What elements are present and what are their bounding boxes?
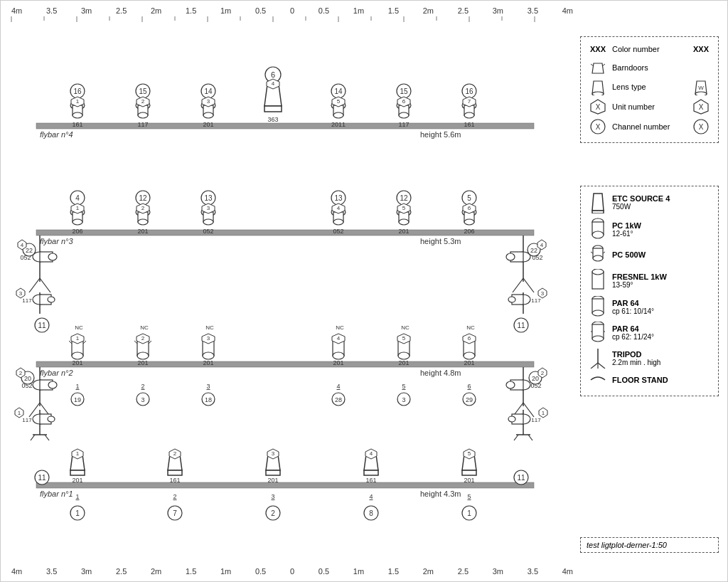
svg-text:NC: NC — [75, 324, 83, 331]
legend-color-row: XXX Color number XXX — [587, 41, 712, 57]
svg-text:052: 052 — [203, 228, 213, 235]
svg-rect-45 — [264, 106, 282, 112]
svg-line-128 — [40, 278, 50, 292]
svg-text:5: 5 — [337, 98, 341, 105]
svg-text:20: 20 — [532, 375, 539, 382]
svg-text:14: 14 — [204, 88, 213, 95]
svg-line-247 — [31, 435, 35, 440]
color-number-icon-right: XXX — [690, 45, 712, 53]
svg-text:2: 2 — [173, 450, 177, 457]
svg-rect-17 — [36, 123, 534, 129]
lens-type-icon-right: W — [690, 78, 712, 95]
svg-text:4: 4 — [337, 205, 341, 211]
svg-text:5: 5 — [402, 205, 406, 211]
svg-line-138 — [513, 278, 523, 292]
svg-text:19: 19 — [74, 396, 81, 403]
svg-point-261 — [508, 416, 515, 422]
svg-text:11: 11 — [38, 474, 46, 482]
svg-text:5: 5 — [468, 450, 471, 457]
legend-barndoors-row: Barndoors — [587, 60, 712, 75]
etc-source4-label: ETC SOURCE 4 — [612, 194, 670, 203]
svg-text:3: 3 — [141, 396, 144, 403]
svg-point-206 — [398, 352, 410, 359]
svg-text:NC: NC — [401, 324, 410, 331]
svg-point-88 — [138, 219, 148, 225]
par64-cp61-label: PAR 64 — [612, 299, 654, 307]
par64-cp61-icon — [587, 296, 609, 317]
svg-text:117: 117 — [22, 297, 32, 304]
svg-text:flybar n°4: flybar n°4 — [40, 130, 73, 139]
svg-text:161: 161 — [169, 477, 180, 484]
svg-text:206: 206 — [464, 228, 474, 235]
svg-text:201: 201 — [203, 359, 213, 366]
svg-point-38 — [203, 112, 213, 118]
svg-point-166 — [72, 352, 83, 359]
lens-type-icon-left — [587, 78, 609, 95]
svg-text:14: 14 — [334, 88, 343, 95]
svg-text:1: 1 — [75, 493, 79, 500]
svg-text:3: 3 — [271, 493, 274, 500]
equip-tripod-row: TRIPOD 2.2m min . high — [587, 347, 712, 369]
svg-text:height 5.3m: height 5.3m — [420, 237, 461, 245]
svg-text:7: 7 — [468, 98, 471, 105]
equip-pc500w-labels: PC 500W — [609, 250, 646, 259]
svg-text:16: 16 — [73, 88, 82, 95]
svg-text:1: 1 — [18, 410, 21, 416]
equip-tripod-labels: TRIPOD 2.2m min . high — [609, 350, 660, 366]
svg-text:29: 29 — [466, 396, 473, 403]
svg-text:4: 4 — [370, 450, 373, 457]
svg-text:201: 201 — [333, 359, 343, 366]
svg-text:4: 4 — [272, 80, 275, 87]
svg-rect-285 — [266, 470, 280, 475]
svg-point-142 — [506, 253, 515, 260]
lighting-diagram: flybar n°4 height 5.6m 16 1 161 15 2 — [1, 1, 569, 582]
svg-rect-293 — [364, 470, 378, 475]
svg-rect-75 — [36, 230, 534, 236]
svg-text:117: 117 — [22, 417, 32, 423]
svg-text:X: X — [699, 123, 704, 131]
svg-point-104 — [333, 219, 343, 225]
barndoors-icon — [587, 60, 609, 75]
svg-text:3: 3 — [272, 450, 275, 457]
pc-1kw-icon — [587, 218, 609, 240]
svg-text:W: W — [698, 85, 704, 91]
svg-text:5: 5 — [402, 335, 406, 342]
svg-rect-333 — [592, 211, 604, 213]
svg-rect-301 — [462, 470, 476, 475]
fresnel-1kw-detail: 13-59° — [612, 281, 667, 289]
par64-cp62-icon — [587, 322, 609, 343]
svg-text:3: 3 — [207, 98, 210, 105]
svg-text:161: 161 — [72, 121, 82, 128]
svg-text:1: 1 — [75, 383, 79, 390]
svg-text:201: 201 — [72, 359, 82, 366]
svg-text:X: X — [699, 103, 704, 111]
svg-text:height 5.6m: height 5.6m — [420, 130, 461, 139]
plot-title: test ligtplot-derner-1:50 — [587, 541, 667, 549]
fresnel-1kw-icon — [587, 269, 609, 292]
svg-point-22 — [73, 112, 82, 118]
svg-text:1: 1 — [75, 509, 80, 517]
etc-source4-detail: 750W — [612, 203, 670, 211]
svg-text:3: 3 — [206, 383, 210, 390]
svg-text:X: X — [596, 103, 601, 111]
pc-1kw-detail: 12-61° — [612, 230, 641, 238]
svg-text:22: 22 — [26, 247, 33, 254]
svg-line-257 — [514, 435, 518, 440]
svg-text:NC: NC — [466, 324, 475, 331]
svg-point-336 — [592, 231, 604, 238]
svg-point-197 — [333, 352, 344, 359]
color-number-right-text: XXX — [693, 45, 709, 53]
svg-text:7: 7 — [173, 509, 177, 517]
svg-point-112 — [399, 219, 409, 225]
color-number-label: Color number — [612, 45, 660, 53]
svg-text:117: 117 — [137, 121, 148, 128]
channel-number-icon-left: X — [587, 118, 609, 135]
svg-rect-269 — [70, 470, 85, 475]
svg-text:12: 12 — [400, 194, 408, 202]
svg-text:NC: NC — [205, 324, 214, 331]
color-number-icon-left: XXX — [587, 45, 609, 53]
svg-text:6: 6 — [468, 335, 471, 342]
svg-text:2: 2 — [141, 98, 145, 105]
svg-text:3: 3 — [402, 396, 405, 403]
svg-text:flybar n°2: flybar n°2 — [40, 369, 73, 377]
